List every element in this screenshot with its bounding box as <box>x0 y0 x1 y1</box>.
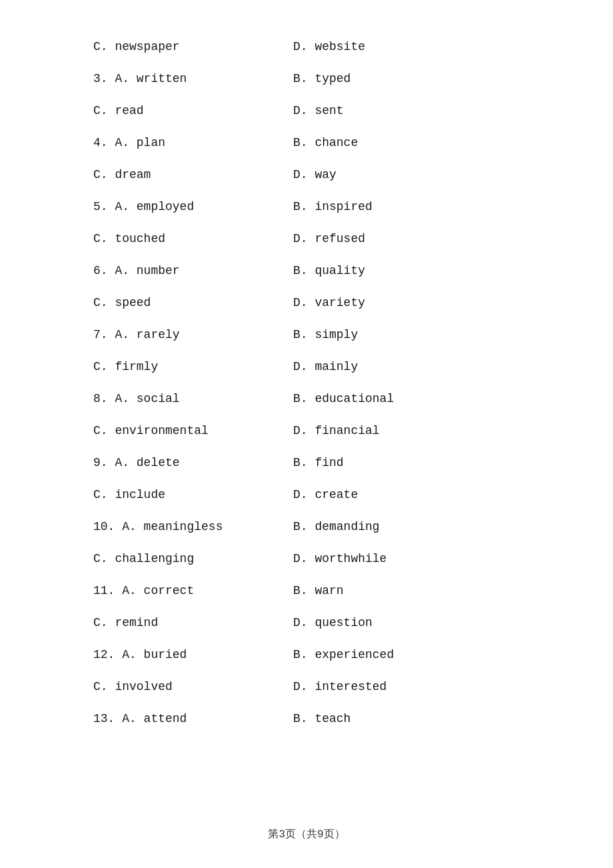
question-row: C. touchedD. refused <box>93 232 546 245</box>
right-option: B. warn <box>293 584 493 597</box>
question-row: 9. A. deleteB. find <box>93 456 546 469</box>
question-row: C. involvedD. interested <box>93 680 546 693</box>
question-row: 12. A. buriedB. experienced <box>93 648 546 661</box>
right-option: B. experienced <box>293 648 493 661</box>
question-row: C. speedD. variety <box>93 296 546 309</box>
question-row: C. remindD. question <box>93 616 546 629</box>
page-footer: 第3页（共9页） <box>0 827 613 841</box>
question-row: 11. A. correctB. warn <box>93 584 546 597</box>
question-row: 10. A. meaninglessB. demanding <box>93 520 546 533</box>
left-option: 6. A. number <box>93 264 293 277</box>
right-option: B. demanding <box>293 520 493 533</box>
right-option: B. educational <box>293 392 493 405</box>
left-option: 9. A. delete <box>93 456 293 469</box>
question-row: C. challengingD. worthwhile <box>93 552 546 565</box>
right-option: D. variety <box>293 296 493 309</box>
left-option: C. include <box>93 488 293 501</box>
right-option: D. financial <box>293 424 493 437</box>
right-option: D. website <box>293 40 493 53</box>
page-content: C. newspaperD. website3. A. writtenB. ty… <box>0 0 613 797</box>
left-option: C. newspaper <box>93 40 293 53</box>
question-row: 6. A. numberB. quality <box>93 264 546 277</box>
left-option: C. touched <box>93 232 293 245</box>
left-option: C. speed <box>93 296 293 309</box>
right-option: B. simply <box>293 328 493 341</box>
question-row: C. environmentalD. financial <box>93 424 546 437</box>
left-option: C. firmly <box>93 360 293 373</box>
right-option: D. mainly <box>293 360 493 373</box>
left-option: 3. A. written <box>93 72 293 85</box>
left-option: C. dream <box>93 168 293 181</box>
right-option: D. refused <box>293 232 493 245</box>
question-row: C. includeD. create <box>93 488 546 501</box>
left-option: 8. A. social <box>93 392 293 405</box>
right-option: B. inspired <box>293 200 493 213</box>
question-row: 13. A. attendB. teach <box>93 712 546 725</box>
right-option: B. typed <box>293 72 493 85</box>
question-row: C. readD. sent <box>93 104 546 117</box>
right-option: D. interested <box>293 680 493 693</box>
right-option: B. quality <box>293 264 493 277</box>
right-option: B. teach <box>293 712 493 725</box>
right-option: B. find <box>293 456 493 469</box>
right-option: D. create <box>293 488 493 501</box>
right-option: D. worthwhile <box>293 552 493 565</box>
right-option: D. sent <box>293 104 493 117</box>
left-option: C. read <box>93 104 293 117</box>
question-row: 4. A. planB. chance <box>93 136 546 149</box>
right-option: D. way <box>293 168 493 181</box>
left-option: 11. A. correct <box>93 584 293 597</box>
left-option: 4. A. plan <box>93 136 293 149</box>
question-row: 3. A. writtenB. typed <box>93 72 546 85</box>
left-option: 12. A. buried <box>93 648 293 661</box>
left-option: C. involved <box>93 680 293 693</box>
question-row: C. firmlyD. mainly <box>93 360 546 373</box>
right-option: D. question <box>293 616 493 629</box>
right-option: B. chance <box>293 136 493 149</box>
question-row: 5. A. employedB. inspired <box>93 200 546 213</box>
question-row: 7. A. rarelyB. simply <box>93 328 546 341</box>
question-row: C. newspaperD. website <box>93 40 546 53</box>
left-option: C. challenging <box>93 552 293 565</box>
left-option: 13. A. attend <box>93 712 293 725</box>
left-option: 7. A. rarely <box>93 328 293 341</box>
left-option: C. remind <box>93 616 293 629</box>
left-option: C. environmental <box>93 424 293 437</box>
question-row: 8. A. socialB. educational <box>93 392 546 405</box>
footer-text: 第3页（共9页） <box>268 829 344 841</box>
left-option: 10. A. meaningless <box>93 520 293 533</box>
left-option: 5. A. employed <box>93 200 293 213</box>
question-row: C. dreamD. way <box>93 168 546 181</box>
